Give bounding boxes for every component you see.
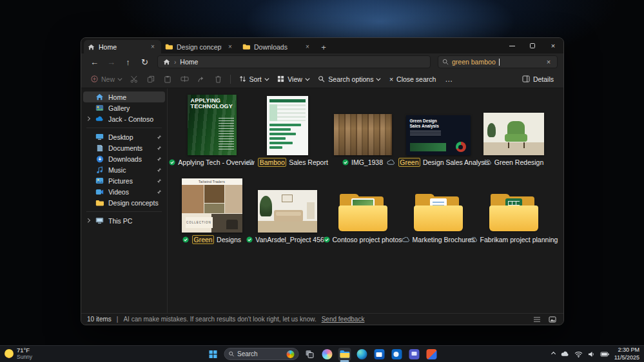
onedrive-tray-icon[interactable] bbox=[561, 351, 569, 357]
start-button[interactable] bbox=[206, 348, 219, 361]
taskbar-center: Search bbox=[206, 348, 438, 361]
file-name-row: IMG_1938 bbox=[342, 157, 383, 167]
sidebar-item-videos[interactable]: Videos bbox=[83, 186, 165, 197]
toolbar-divider bbox=[230, 75, 231, 84]
file-thumbnail[interactable] bbox=[334, 114, 392, 155]
clear-search-icon[interactable]: × bbox=[544, 58, 553, 66]
tab-close-icon[interactable]: × bbox=[148, 43, 157, 52]
copy-button[interactable] bbox=[143, 72, 159, 86]
taskbar-search-box[interactable]: Search bbox=[224, 348, 298, 360]
sidebar-item-documents[interactable]: Documents bbox=[83, 142, 165, 153]
edge-button[interactable] bbox=[355, 348, 368, 361]
new-tab-button[interactable]: + bbox=[317, 41, 330, 53]
music-icon bbox=[95, 166, 104, 174]
sidebar-item-this-pc[interactable]: This PC bbox=[83, 215, 165, 226]
file-thumbnail[interactable] bbox=[267, 96, 308, 155]
close-button[interactable]: × bbox=[543, 38, 563, 53]
folder-tile-contoso-project-photos[interactable]: Contoso project photos bbox=[325, 172, 400, 247]
file-thumbnail[interactable] bbox=[258, 190, 317, 233]
pin-icon bbox=[157, 167, 162, 173]
tab-downloads[interactable]: Downloads × bbox=[239, 40, 316, 53]
close-search-button[interactable]: × Close search bbox=[385, 72, 440, 86]
tab-design-concepts[interactable]: Design concepts × bbox=[161, 40, 239, 53]
new-button[interactable]: New bbox=[86, 72, 126, 86]
file-tile-vanarsdel-project[interactable]: VanArsdel_Project 4567 bbox=[249, 172, 325, 247]
view-button[interactable]: View bbox=[273, 72, 313, 86]
microsoft-store-button[interactable] bbox=[373, 348, 385, 361]
file-thumbnail[interactable]: Tailwind Traders COLLECTION bbox=[182, 178, 242, 233]
details-pane-button[interactable]: Details bbox=[518, 72, 558, 86]
folder-tile-marketing-brochures[interactable]: Marketing Brochures bbox=[400, 172, 476, 247]
address-bar[interactable]: › Home bbox=[157, 55, 431, 68]
expand-chevron-icon[interactable] bbox=[85, 219, 91, 222]
weather-widget[interactable]: 71°F Sunny bbox=[5, 347, 32, 360]
office-button[interactable] bbox=[425, 348, 438, 361]
outlook-button[interactable] bbox=[390, 348, 403, 361]
file-tile-green-redesign[interactable]: Green Redesign bbox=[476, 95, 551, 169]
search-input[interactable]: green bamboo × bbox=[438, 55, 558, 68]
thumbnail-text: Green Design Sales Analysis bbox=[410, 119, 445, 129]
navigation-bar: ← → ↑ ↻ › Home green bamboo × bbox=[81, 53, 563, 70]
tab-home[interactable]: Home × bbox=[84, 40, 161, 53]
sidebar-item-pictures[interactable]: Pictures bbox=[83, 175, 165, 186]
delete-button[interactable] bbox=[210, 72, 226, 86]
task-view-button[interactable] bbox=[303, 348, 316, 361]
sidebar-item-desktop[interactable]: Desktop bbox=[83, 131, 165, 142]
sidebar-item-music[interactable]: Music bbox=[83, 164, 165, 175]
share-button[interactable] bbox=[193, 72, 210, 86]
file-name: Marketing Brochures bbox=[413, 236, 475, 243]
office-icon bbox=[426, 349, 436, 359]
search-options-button[interactable]: Search options bbox=[313, 72, 384, 86]
file-thumbnail[interactable]: Green Design Sales Analysis bbox=[406, 115, 471, 155]
status-divider: | bbox=[117, 316, 119, 323]
folder-thumbnail[interactable] bbox=[337, 193, 389, 233]
minimize-button[interactable] bbox=[502, 38, 522, 53]
folder-thumbnail[interactable] bbox=[413, 193, 464, 233]
weather-condition: Sunny bbox=[17, 354, 32, 360]
back-button[interactable]: ← bbox=[87, 55, 102, 69]
copilot-button[interactable] bbox=[320, 348, 333, 361]
file-thumbnail[interactable]: APPLYING TECHNOLOGY bbox=[188, 95, 237, 155]
tab-close-icon[interactable]: × bbox=[226, 43, 235, 52]
clock[interactable]: 2:30 PM 11/5/2025 bbox=[614, 347, 639, 361]
wifi-icon[interactable] bbox=[574, 351, 583, 357]
maximize-button[interactable] bbox=[522, 38, 543, 53]
battery-icon[interactable] bbox=[600, 352, 609, 357]
navigation-pane: Home Gallery Jack - Contoso Desktop bbox=[81, 88, 168, 313]
sidebar-item-onedrive[interactable]: Jack - Contoso bbox=[83, 113, 165, 124]
folder-thumbnail[interactable] bbox=[488, 193, 540, 233]
folder-tile-fabrikam-project-planning[interactable]: Fabrikam project planning bbox=[476, 172, 551, 247]
sidebar-item-home[interactable]: Home bbox=[83, 91, 165, 102]
send-feedback-link[interactable]: Send feedback bbox=[322, 316, 365, 323]
cloud-sync-icon bbox=[469, 237, 478, 242]
file-tile-bamboo-sales-report[interactable]: Bamboo Sales Report bbox=[249, 95, 325, 169]
rename-button[interactable] bbox=[177, 72, 193, 86]
taskbar: 71°F Sunny Search bbox=[0, 345, 644, 362]
file-thumbnail[interactable] bbox=[483, 113, 544, 155]
tab-label: Downloads bbox=[254, 43, 299, 51]
file-tile-green-designs[interactable]: Tailwind Traders COLLECTION Green Design… bbox=[174, 172, 249, 247]
file-tile-green-design-sales-analysis[interactable]: Green Design Sales Analysis Green Design… bbox=[400, 95, 476, 169]
home-icon bbox=[88, 44, 95, 50]
paste-button[interactable] bbox=[160, 72, 176, 86]
teams-button[interactable] bbox=[407, 348, 420, 361]
expand-chevron-icon[interactable] bbox=[85, 117, 91, 120]
details-view-icon[interactable] bbox=[532, 315, 542, 324]
up-button[interactable]: ↑ bbox=[121, 55, 135, 69]
tray-overflow-chevron-icon[interactable] bbox=[551, 352, 555, 356]
cut-button[interactable] bbox=[126, 72, 142, 86]
tab-close-icon[interactable]: × bbox=[303, 43, 312, 52]
sidebar-item-gallery[interactable]: Gallery bbox=[83, 102, 165, 113]
large-icons-view-icon[interactable] bbox=[547, 315, 558, 324]
forward-button[interactable]: → bbox=[104, 55, 119, 69]
refresh-button[interactable]: ↻ bbox=[137, 55, 152, 69]
file-name-row: VanArsdel_Project 4567 bbox=[246, 234, 327, 245]
volume-icon[interactable] bbox=[588, 351, 595, 357]
more-options-button[interactable]: … bbox=[441, 72, 457, 86]
file-explorer-button[interactable] bbox=[338, 348, 351, 361]
sort-button[interactable]: Sort bbox=[235, 72, 273, 86]
sidebar-item-design-concepts[interactable]: Design concepts bbox=[83, 197, 165, 208]
sidebar-item-downloads[interactable]: Downloads bbox=[83, 153, 165, 164]
file-tile-applying-tech[interactable]: APPLYING TECHNOLOGY Applying Tech - Over… bbox=[174, 95, 249, 169]
search-options-label: Search options bbox=[328, 75, 373, 83]
